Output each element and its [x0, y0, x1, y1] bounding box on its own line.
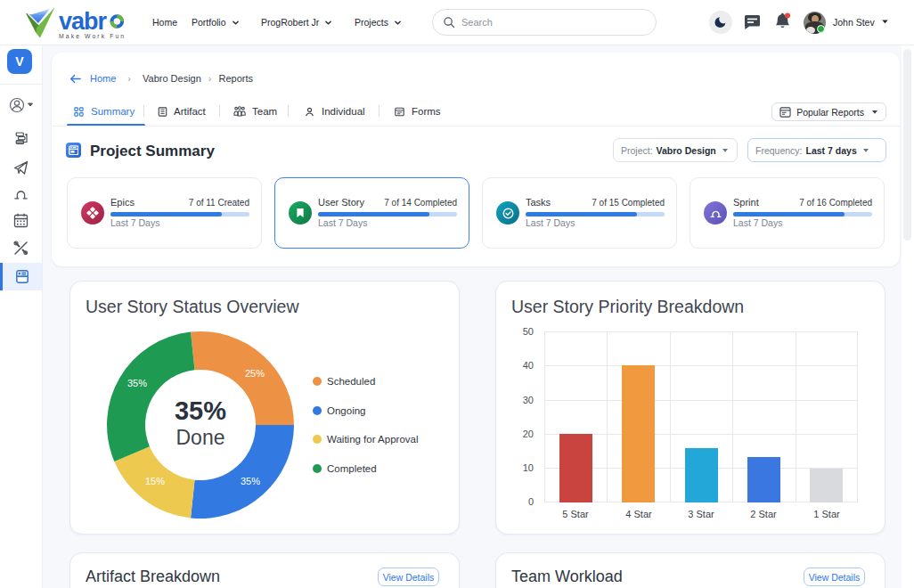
- svg-text:vabr: vabr: [59, 8, 108, 35]
- svg-text:Make Work Fun: Make Work Fun: [59, 33, 125, 39]
